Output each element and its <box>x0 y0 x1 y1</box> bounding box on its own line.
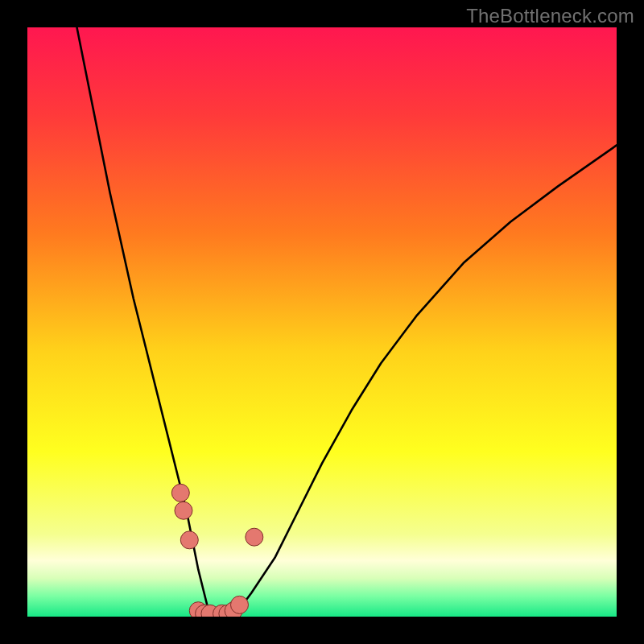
data-marker <box>175 502 192 519</box>
data-marker <box>246 528 263 546</box>
data-marker <box>171 484 189 502</box>
data-marker <box>231 596 249 613</box>
plot-area <box>27 27 617 617</box>
bottleneck-curve-chart <box>27 27 617 617</box>
gradient-background <box>27 27 617 617</box>
watermark-text: TheBottleneck.com <box>466 5 634 27</box>
chart-frame: TheBottleneck.com <box>0 0 644 644</box>
data-marker <box>180 531 198 549</box>
